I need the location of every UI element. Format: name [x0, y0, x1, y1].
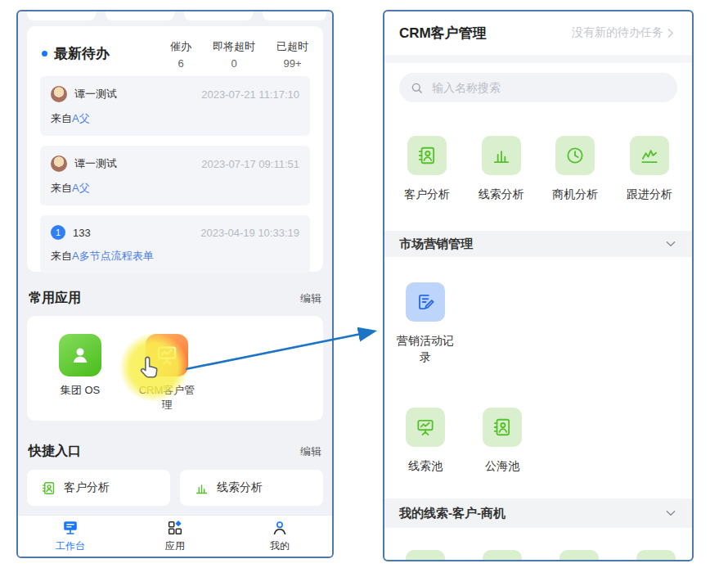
source-link[interactable]: A父: [72, 112, 90, 124]
tab-workbench[interactable]: 工作台: [18, 516, 123, 557]
crm-header: CRM客户管理 没有新的待办任务: [384, 11, 692, 54]
edit-doc-icon: [406, 282, 445, 322]
stat-timed-out[interactable]: 已超时 99+: [276, 39, 308, 70]
todo-notice[interactable]: 没有新的待办任务: [572, 25, 663, 40]
source-link[interactable]: A父: [72, 182, 90, 194]
workbench-monitor-icon: [61, 519, 79, 537]
number-badge: 1: [51, 225, 65, 240]
lead-pool[interactable]: 线索池: [394, 408, 456, 474]
chevron-right-icon[interactable]: [663, 26, 677, 40]
cursor-icon: [137, 355, 163, 383]
edit-quick-entry-button[interactable]: 编辑: [300, 444, 321, 459]
todo-stats: 催办 6 即将超时 0 已超时 99+: [170, 39, 308, 70]
todo-header: 最新待办 催办 6 即将超时 0 已超时 99+: [27, 26, 323, 76]
contact-book-icon: [41, 480, 56, 496]
timestamp: 2023-07-21 11:17:10: [201, 88, 299, 101]
user-icon: [271, 519, 289, 537]
partial-tile: [483, 550, 522, 561]
bullet-dot-icon: [42, 51, 47, 56]
search-bar[interactable]: [399, 73, 677, 102]
chevron-down-icon: [664, 237, 677, 250]
partial-tile: [406, 550, 445, 561]
divider-strip: [384, 55, 692, 63]
page-title: CRM客户管理: [399, 24, 572, 43]
partial-tile: [636, 550, 676, 561]
app-tile-group-os[interactable]: 集团 OS: [52, 334, 109, 421]
public-sea-pool[interactable]: 公海池: [471, 408, 533, 474]
section-my-leads-customers[interactable]: 我的线索-客户-商机: [384, 498, 692, 528]
bottom-tab-bar: 工作台 应用 我的: [18, 515, 332, 557]
todo-title-wrap: 最新待办: [42, 39, 170, 63]
todo-item[interactable]: 谭一测试 2023-07-21 11:17:10 来自A父: [40, 76, 310, 136]
stat-urge[interactable]: 催办 6: [170, 39, 191, 70]
edit-apps-button[interactable]: 编辑: [300, 291, 321, 306]
search-icon: [410, 81, 424, 95]
analysis-opportunity[interactable]: 商机分析: [549, 136, 601, 202]
partial-tile: [559, 550, 599, 561]
todo-source: 来自A多节点流程表单: [51, 249, 299, 264]
timestamp: 2023-07-17 09:11:51: [201, 158, 299, 170]
tab-apps[interactable]: 应用: [123, 516, 227, 557]
quick-entry-title: 快捷入口: [29, 443, 81, 460]
partial-card: [263, 10, 326, 20]
stat-about-to-timeout[interactable]: 即将超时 0: [213, 39, 255, 70]
partial-card: [106, 10, 174, 20]
analysis-customer[interactable]: 客户分析: [401, 136, 453, 202]
user-app-icon: [59, 334, 101, 376]
clock-icon: [555, 136, 595, 175]
avatar: [51, 156, 67, 172]
presentation-icon: [406, 408, 445, 447]
analysis-followup[interactable]: 跟进分析: [623, 136, 676, 202]
source-link[interactable]: A多节点流程表单: [72, 250, 154, 262]
section-marketing-management[interactable]: 市场营销管理: [384, 231, 692, 257]
crm-app-screen: CRM客户管理 没有新的待办任务 客户分析: [383, 10, 694, 561]
analysis-lead[interactable]: 线索分析: [475, 136, 528, 202]
todo-source: 来自A父: [51, 111, 299, 126]
contact-book-icon: [407, 136, 447, 175]
bar-chart-icon: [482, 136, 521, 175]
todo-item[interactable]: 1 133 2023-04-19 10:33:19 来自A多节点流程表单: [40, 215, 310, 273]
avatar: [51, 86, 67, 102]
trend-line-icon: [630, 136, 669, 175]
apps-grid-icon: [166, 519, 184, 537]
workbench-screen: 最新待办 催办 6 即将超时 0 已超时 99+ 谭一测试: [16, 10, 334, 558]
quick-entry-lead-analysis[interactable]: 线索分析: [180, 470, 323, 506]
latest-todo-card: 最新待办 催办 6 即将超时 0 已超时 99+ 谭一测试: [27, 26, 323, 272]
chevron-down-icon: [664, 507, 677, 520]
partial-card: [27, 10, 96, 20]
marketing-activity-record[interactable]: 营销活动记录: [394, 282, 456, 365]
todo-source: 来自A父: [51, 181, 299, 196]
bar-chart-icon: [194, 480, 209, 496]
todo-item[interactable]: 谭一测试 2023-07-17 09:11:51 来自A父: [40, 146, 310, 205]
contact-book-icon: [483, 408, 522, 447]
tab-mine[interactable]: 我的: [227, 516, 332, 557]
pools-row: 线索池 公海池: [394, 408, 533, 474]
partial-icon-row: [406, 550, 676, 561]
todo-title: 最新待办: [54, 44, 110, 63]
timestamp: 2023-04-19 10:33:19: [200, 227, 299, 239]
analysis-icon-row: 客户分析 线索分析 商机分析: [401, 136, 676, 202]
search-input[interactable]: [430, 80, 667, 95]
partial-card: [184, 10, 253, 20]
quick-entry-customer-analysis[interactable]: 客户分析: [27, 470, 170, 506]
common-apps-title: 常用应用: [29, 290, 81, 307]
